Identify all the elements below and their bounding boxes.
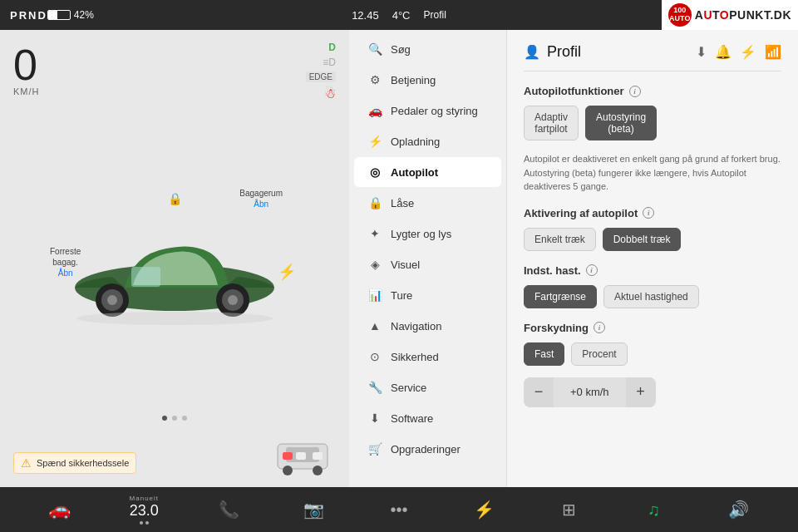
settings-title: Profil (547, 43, 581, 61)
fixed-button[interactable]: Fast (524, 342, 564, 366)
spotify-icon: ♫ (648, 500, 660, 520)
speed-decrease-button[interactable]: − (524, 377, 554, 407)
profile-label[interactable]: Profil (424, 9, 446, 21)
bottom-camera-button[interactable]: 📷 (272, 500, 357, 520)
offset-button-group: Fast Procent (524, 342, 781, 366)
visual-icon: ◈ (367, 258, 382, 271)
menu-label-sikkerhed: Sikkerhed (391, 351, 439, 363)
search-icon: 🔍 (367, 42, 382, 56)
right-panel: 👤 Profil ⬇ 🔔 ⚡ 📶 Autopilotfunktioner i A… (507, 30, 798, 487)
menu-item-software[interactable]: ⬇ Software (354, 403, 501, 433)
bluetooth-settings-icon[interactable]: ⚡ (740, 44, 756, 60)
bottom-more-button[interactable]: ••• (357, 500, 441, 520)
menu-label-opladning: Opladning (391, 135, 440, 148)
svg-rect-13 (283, 452, 293, 460)
menu-item-service[interactable]: 🔧 Service (354, 372, 501, 402)
info-icon-offset[interactable]: i (594, 322, 605, 333)
bottom-bluetooth-button[interactable]: ⚡ (441, 500, 526, 520)
menu-item-opgraderinger[interactable]: 🛒 Opgraderinger (354, 434, 501, 464)
menu-label-betjening: Betjening (391, 74, 436, 86)
menu-item-visuel[interactable]: ◈ Visuel (354, 249, 501, 279)
speed-display: 0 KM/H (13, 43, 40, 96)
bottom-car-button[interactable]: 🚗 (17, 499, 101, 520)
menu-item-soeg[interactable]: 🔍 Søg (354, 34, 501, 64)
settings-icons-row: ⬇ 🔔 ⚡ 📶 (696, 44, 781, 60)
speed-button-group: Fartgrænse Aktuel hastighed (524, 285, 781, 308)
bottom-speed-display: Manuelt 23.0 (101, 495, 186, 525)
clock-display: 12.45 (352, 9, 379, 22)
speed-limit-button[interactable]: Fartgrænse (524, 285, 597, 308)
speed-bottom-container: Manuelt 23.0 (130, 495, 159, 525)
notification-icon[interactable]: 🔔 (715, 44, 732, 60)
bottom-volume-button[interactable]: 🔊 (697, 500, 781, 520)
bottom-bar: 🚗 Manuelt 23.0 📞 📷 ••• ⚡ ⊞ ♫ 🔊 (0, 487, 798, 532)
menu-item-navigation[interactable]: ▲ Navigation (354, 311, 501, 341)
dots-icon: ••• (390, 500, 407, 520)
download-icon[interactable]: ⬇ (696, 44, 707, 60)
double-pull-button[interactable]: Dobbelt træk (603, 228, 682, 251)
logo-badge: 100AUTO (668, 3, 692, 27)
svg-point-7 (228, 295, 238, 305)
speed-setting-section: Indst. hast. i Fartgrænse Aktuel hastigh… (524, 264, 781, 308)
car-illustration (58, 213, 291, 337)
bottom-phone-button[interactable]: 📞 (186, 500, 271, 520)
car-bottom-icon: 🚗 (48, 499, 71, 520)
autopilot-features-section: Autopilotfunktioner i Adaptivfartpilot A… (524, 85, 781, 194)
adaptive-cruise-button[interactable]: Adaptivfartpilot (524, 106, 579, 140)
pagination-dots (162, 416, 187, 421)
menu-label-autopilot: Autopilot (391, 166, 438, 179)
menu-label-lygter: Lygter og lys (391, 228, 451, 240)
edge-badge: EDGE (306, 71, 336, 82)
speed-increase-button[interactable]: + (626, 377, 656, 407)
info-icon-autopilot[interactable]: i (629, 86, 641, 97)
menu-item-pedaler[interactable]: 🚗 Pedaler og styring (354, 96, 501, 126)
menu-item-betjening[interactable]: ⚙ Betjening (354, 65, 501, 95)
settings-header: 👤 Profil ⬇ 🔔 ⚡ 📶 (524, 43, 781, 71)
security-icon: ⊙ (367, 350, 382, 363)
battery-bar (47, 10, 71, 20)
volume-icon: 🔊 (728, 500, 749, 520)
svg-point-4 (107, 295, 117, 305)
menu-item-laase[interactable]: 🔒 Låse (354, 188, 501, 218)
autopilot-button-group: Adaptivfartpilot Autostyring(beta) (524, 106, 781, 140)
offset-title: Forskydning i (524, 322, 781, 334)
upgrades-icon: 🛒 (367, 442, 382, 456)
menu-item-autopilot[interactable]: ◎ Autopilot (354, 157, 501, 187)
main-layout: 0 KM/H D ≡D EDGE ☃ Bagagerum Åbn Fo (0, 30, 798, 487)
phone-icon: 📞 (219, 500, 239, 520)
menu-item-opladning[interactable]: ⚡ Opladning (354, 126, 501, 156)
autopunkt-logo: 100AUTO AUTOPUNKT.DK (662, 0, 798, 30)
car-diagram (269, 436, 336, 477)
percent-button[interactable]: Procent (571, 342, 627, 366)
menu-item-ture[interactable]: 📊 Ture (354, 280, 501, 310)
menu-item-sikkerhed[interactable]: ⊙ Sikkerhed (354, 342, 501, 372)
info-icon-activation[interactable]: i (643, 207, 654, 219)
lock-menu-icon: 🔒 (367, 196, 382, 209)
pedals-icon: 🚗 (367, 104, 382, 117)
speed-number: 0 (13, 43, 40, 86)
bottom-grid-button[interactable]: ⊞ (526, 500, 611, 520)
dot-1 (162, 416, 167, 421)
menu-item-lygter[interactable]: ✦ Lygter og lys (354, 219, 501, 249)
signal-icon: 📶 (765, 44, 781, 60)
menu-label-navigation: Navigation (391, 320, 441, 332)
svg-rect-15 (313, 452, 323, 460)
middle-panel: 🔍 Søg ⚙ Betjening 🚗 Pedaler og styring ⚡… (349, 30, 507, 487)
battery-fill (48, 11, 57, 19)
menu-label-software: Software (391, 412, 433, 425)
warning-text: Spænd sikkerhedssele (37, 458, 129, 468)
single-pull-button[interactable]: Enkelt træk (524, 228, 596, 251)
warning-icon: ⚠ (21, 456, 32, 470)
headlights-icon: ≡D (323, 57, 336, 68)
left-panel: 0 KM/H D ≡D EDGE ☃ Bagagerum Åbn Fo (0, 30, 349, 487)
bottom-spotify-button[interactable]: ♫ (612, 500, 697, 520)
service-icon: 🔧 (367, 381, 382, 394)
current-speed-button[interactable]: Aktuel hastighed (603, 285, 699, 308)
navigation-icon: ▲ (367, 319, 382, 332)
software-icon: ⬇ (367, 411, 382, 425)
gear-d: D (328, 42, 336, 53)
autosteer-button[interactable]: Autostyring(beta) (585, 106, 657, 140)
dot-2 (172, 416, 177, 421)
lock-icon: 🔒 (168, 192, 182, 205)
info-icon-speed[interactable]: i (586, 264, 598, 276)
